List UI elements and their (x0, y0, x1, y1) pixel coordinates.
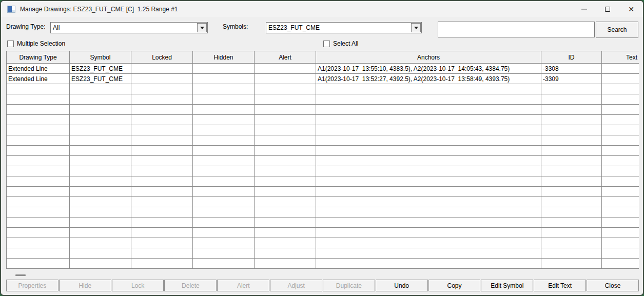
drawing-type-dropdown[interactable]: All (50, 22, 208, 33)
empty-cell (193, 94, 255, 105)
empty-cell (7, 156, 70, 166)
column-header-symbol[interactable]: Symbol (70, 51, 131, 64)
cell-locked[interactable] (131, 74, 193, 84)
empty-cell (70, 248, 131, 259)
empty-cell (541, 125, 602, 135)
drawing-type-dropdown-arrow[interactable] (197, 23, 207, 32)
empty-cell (193, 156, 255, 166)
search-input[interactable] (438, 22, 595, 37)
maximize-button[interactable] (596, 1, 619, 17)
empty-cell (602, 105, 639, 115)
column-header-alert[interactable]: Alert (255, 51, 316, 64)
empty-cell (541, 187, 602, 197)
empty-table-row (7, 248, 639, 259)
undo-button[interactable]: Undo (376, 280, 428, 291)
empty-table-row (7, 135, 639, 146)
empty-cell (255, 146, 316, 156)
empty-cell (70, 156, 131, 166)
multiple-selection-checkbox[interactable]: Multiple Selection (7, 40, 65, 47)
empty-table-row (7, 156, 639, 166)
empty-cell (7, 197, 70, 207)
cell-hidden[interactable] (193, 64, 255, 74)
empty-table-row (7, 207, 639, 218)
horizontal-scrollbar-thumb[interactable] (15, 274, 26, 276)
cell-id[interactable]: -3308 (541, 64, 602, 74)
empty-cell (316, 187, 541, 197)
search-button[interactable]: Search (596, 22, 638, 38)
empty-cell (7, 146, 70, 156)
column-header-anchors[interactable]: Anchors (316, 51, 541, 64)
empty-cell (193, 187, 255, 197)
empty-cell (131, 248, 193, 259)
empty-cell (70, 166, 131, 176)
multiple-selection-label: Multiple Selection (17, 40, 65, 47)
empty-cell (255, 228, 316, 238)
empty-cell (70, 228, 131, 238)
cell-alert[interactable] (255, 64, 316, 74)
empty-cell (541, 176, 602, 187)
symbols-dropdown[interactable]: ESZ23_FUT_CME (266, 22, 422, 33)
edit-text-button[interactable]: Edit Text (534, 280, 586, 291)
cell-anchors[interactable]: A1(2023-10-17 13:55:10, 4383.5), A2(2023… (316, 64, 541, 74)
lock-button: Lock (112, 280, 164, 291)
column-header-drawing_type[interactable]: Drawing Type (7, 51, 70, 64)
empty-cell (7, 248, 70, 259)
close-button[interactable]: ✕ (619, 1, 643, 17)
empty-cell (193, 259, 255, 269)
cell-symbol[interactable]: ESZ23_FUT_CME (70, 74, 131, 84)
cell-text[interactable] (602, 64, 639, 74)
cell-anchors[interactable]: A1(2023-10-17 13:52:27, 4392.5), A2(2023… (316, 74, 541, 84)
empty-cell (7, 187, 70, 197)
empty-cell (7, 166, 70, 176)
empty-cell (131, 228, 193, 238)
empty-cell (7, 218, 70, 228)
adjust-button: Adjust (270, 280, 322, 291)
empty-cell (316, 125, 541, 135)
cell-hidden[interactable] (193, 74, 255, 84)
column-header-hidden[interactable]: Hidden (193, 51, 255, 64)
column-header-id[interactable]: ID (541, 51, 602, 64)
cell-text[interactable] (602, 74, 639, 84)
empty-cell (541, 105, 602, 115)
empty-cell (7, 84, 70, 94)
empty-cell (602, 146, 639, 156)
empty-cell (193, 166, 255, 176)
column-header-locked[interactable]: Locked (131, 51, 193, 64)
empty-cell (255, 197, 316, 207)
close-button[interactable]: Close (587, 280, 639, 291)
cell-locked[interactable] (131, 64, 193, 74)
empty-cell (602, 166, 639, 176)
cell-id[interactable]: -3309 (541, 74, 602, 84)
titlebar[interactable]: Manage Drawings: ESZ23_FUT_CME [C] 1.25 … (1, 1, 643, 17)
minimize-button[interactable] (572, 1, 596, 17)
cell-drawing_type[interactable]: Extended Line (7, 74, 70, 84)
empty-table-row (7, 187, 639, 197)
hide-button: Hide (59, 280, 111, 291)
cell-alert[interactable] (255, 74, 316, 84)
empty-cell (255, 105, 316, 115)
horizontal-scrollbar[interactable] (2, 271, 643, 279)
empty-cell (70, 146, 131, 156)
empty-cell (193, 135, 255, 146)
empty-table-row (7, 197, 639, 207)
empty-cell (193, 238, 255, 248)
empty-cell (131, 125, 193, 135)
edit-symbol-button[interactable]: Edit Symbol (481, 280, 533, 291)
table-row[interactable]: Extended LineESZ23_FUT_CMEA1(2023-10-17 … (7, 64, 639, 74)
cell-drawing_type[interactable]: Extended Line (7, 64, 70, 74)
empty-cell (7, 228, 70, 238)
cell-symbol[interactable]: ESZ23_FUT_CME (70, 64, 131, 74)
empty-cell (541, 238, 602, 248)
empty-cell (255, 115, 316, 125)
checkbox-icon (323, 41, 330, 47)
empty-cell (70, 115, 131, 125)
empty-cell (602, 156, 639, 166)
symbols-dropdown-arrow[interactable] (411, 23, 421, 32)
empty-cell (7, 238, 70, 248)
select-all-checkbox[interactable]: Select All (323, 40, 358, 47)
empty-cell (7, 94, 70, 105)
column-header-text[interactable]: Text (602, 51, 639, 64)
table-row[interactable]: Extended LineESZ23_FUT_CMEA1(2023-10-17 … (7, 74, 639, 84)
empty-cell (70, 218, 131, 228)
copy-button[interactable]: Copy (428, 280, 481, 291)
